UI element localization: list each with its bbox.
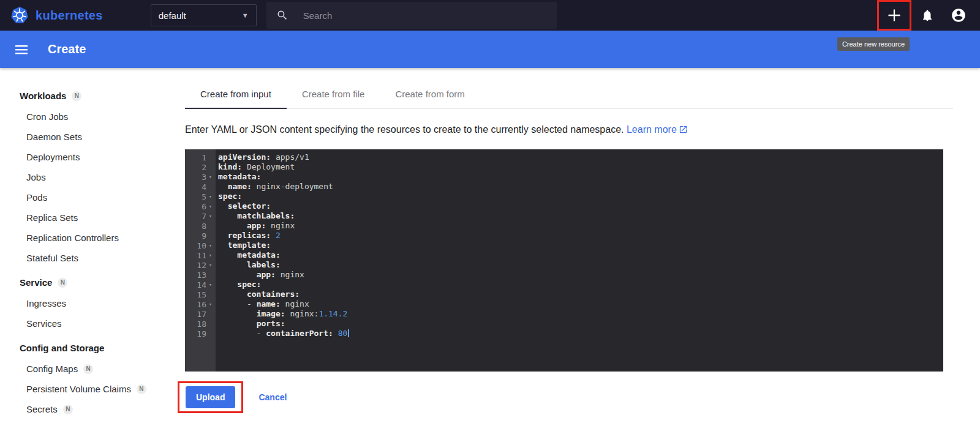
line-number: 15 <box>197 290 206 299</box>
tab-create-from-form[interactable]: Create from form <box>380 80 480 108</box>
sidebar-item-config-maps[interactable]: Config MapsN <box>0 359 170 379</box>
sidebar-item-jobs[interactable]: Jobs <box>0 167 170 187</box>
code-line: app: nginx <box>218 221 943 231</box>
sidebar-item-label: Stateful Sets <box>26 253 78 263</box>
bell-icon <box>921 9 934 22</box>
code-line: app: nginx <box>218 270 943 280</box>
sidebar-item-stateful-sets[interactable]: Stateful Sets <box>0 248 170 268</box>
code-line: image: nginx:1.14.2 <box>218 309 943 319</box>
line-number: 12 <box>197 261 206 270</box>
sidebar-nav: WorkloadsNCron JobsDaemon SetsDeployment… <box>0 68 170 437</box>
gutter-line: 6▾ <box>185 201 216 211</box>
kubernetes-brand[interactable]: kubernetes <box>10 6 103 25</box>
sidebar-item-pods[interactable]: Pods <box>0 187 170 207</box>
sidebar-item-daemon-sets[interactable]: Daemon Sets <box>0 127 170 147</box>
search-input[interactable] <box>302 10 547 21</box>
code-token <box>218 182 228 191</box>
code-token <box>218 260 247 269</box>
gutter-line: 18 <box>185 319 216 329</box>
sidebar-item-replication-controllers[interactable]: Replication Controllers <box>0 228 170 248</box>
line-number: 5 <box>202 192 206 201</box>
sidebar-item-persistent-volume-claims[interactable]: Persistent Volume ClaimsN <box>0 379 170 399</box>
sidebar-item-cron-jobs[interactable]: Cron Jobs <box>0 106 170 127</box>
editor-code[interactable]: apiVersion: apps/v1kind: Deploymentmetad… <box>216 149 943 372</box>
fold-toggle-icon[interactable]: ▾ <box>206 213 214 219</box>
code-line: kind: Deployment <box>218 162 943 172</box>
fold-toggle-icon[interactable]: ▾ <box>206 252 214 258</box>
code-token <box>218 241 228 250</box>
line-number: 19 <box>197 329 206 338</box>
sidebar-item-secrets[interactable]: SecretsN <box>0 399 170 419</box>
line-number: 2 <box>202 163 206 172</box>
fold-toggle-icon[interactable]: ▾ <box>206 242 214 248</box>
page-title: Create <box>48 42 86 56</box>
plus-icon <box>887 8 902 23</box>
code-line: apiVersion: apps/v1 <box>218 152 943 162</box>
line-number: 1 <box>202 153 206 162</box>
code-token: labels: <box>247 260 281 269</box>
create-new-resource-button[interactable] <box>887 8 902 23</box>
yaml-editor[interactable]: 123▾45▾6▾7▾8910▾11▾12▾1314▾1516▾171819 a… <box>185 149 943 372</box>
sidebar-item-services[interactable]: Services <box>0 313 170 334</box>
layout: WorkloadsNCron JobsDaemon SetsDeployment… <box>0 68 980 437</box>
fold-toggle-icon[interactable]: ▾ <box>206 262 214 268</box>
tab-create-from-input[interactable]: Create from input <box>185 80 287 109</box>
code-token: name: <box>257 299 281 308</box>
gutter-line: 12▾ <box>185 260 216 270</box>
sidebar-section-config-and-storage[interactable]: Config and Storage <box>0 337 170 359</box>
fold-toggle-icon[interactable]: ▾ <box>206 301 214 307</box>
line-number: 8 <box>202 222 206 231</box>
namespaced-badge: N <box>83 364 93 374</box>
line-number: 17 <box>197 310 206 319</box>
code-line: metadata: <box>218 172 943 182</box>
sidebar-item-deployments[interactable]: Deployments <box>0 147 170 167</box>
sidebar-item-label: Ingresses <box>26 298 66 308</box>
code-token <box>218 231 228 240</box>
fold-toggle-icon[interactable]: ▾ <box>206 203 214 209</box>
main-content: Create from inputCreate from fileCreate … <box>170 68 980 437</box>
code-token: nginx: <box>285 309 319 318</box>
menu-button[interactable] <box>12 40 31 59</box>
code-token: containerPort: <box>266 329 333 338</box>
code-line: spec: <box>218 280 943 289</box>
code-token: spec: <box>237 280 261 289</box>
tab-create-from-file[interactable]: Create from file <box>287 80 380 108</box>
sidebar-item-label: Persistent Volume Claims <box>26 384 131 394</box>
topbar: kubernetes default ▼ <box>0 0 980 31</box>
sidebar-item-ingresses[interactable]: Ingresses <box>0 293 170 313</box>
form-actions: Upload Cancel <box>185 386 953 408</box>
sidebar-section-workloads[interactable]: WorkloadsN <box>0 85 170 106</box>
code-token: 80 <box>338 329 348 338</box>
notifications-button[interactable] <box>921 9 934 22</box>
tab-bar: Create from inputCreate from fileCreate … <box>185 80 953 109</box>
code-token <box>218 289 247 299</box>
fold-toggle-icon[interactable]: ▾ <box>206 174 214 180</box>
sidebar-section-service[interactable]: ServiceN <box>0 272 170 293</box>
account-button[interactable] <box>951 7 967 23</box>
line-number: 14 <box>197 280 206 289</box>
sidebar-item-replica-sets[interactable]: Replica Sets <box>0 207 170 228</box>
code-line: - name: nginx <box>218 299 943 309</box>
fold-toggle-icon[interactable]: ▾ <box>206 193 214 200</box>
line-number: 18 <box>197 319 206 329</box>
code-token <box>271 231 276 240</box>
upload-button[interactable]: Upload <box>186 386 235 408</box>
fold-toggle-icon[interactable]: ▾ <box>206 282 214 288</box>
code-line: metadata: <box>218 250 943 260</box>
namespace-selector[interactable]: default ▼ <box>151 4 257 26</box>
code-token <box>218 309 257 318</box>
learn-more-link[interactable]: Learn more <box>627 124 688 135</box>
search-icon <box>276 9 288 21</box>
cancel-button[interactable]: Cancel <box>255 392 290 403</box>
line-number: 11 <box>197 251 206 260</box>
line-number: 7 <box>202 212 206 221</box>
sidebar-item-label: Secrets <box>26 404 58 414</box>
line-number: 9 <box>202 231 206 241</box>
sidebar-item-label: Config Maps <box>26 364 78 374</box>
search-bar[interactable] <box>266 2 557 29</box>
gutter-line: 17 <box>185 309 216 319</box>
code-token: name: <box>228 182 252 191</box>
code-token: nginx-deployment <box>252 182 333 191</box>
code-line: ports: <box>218 319 943 329</box>
topbar-actions <box>884 6 967 25</box>
